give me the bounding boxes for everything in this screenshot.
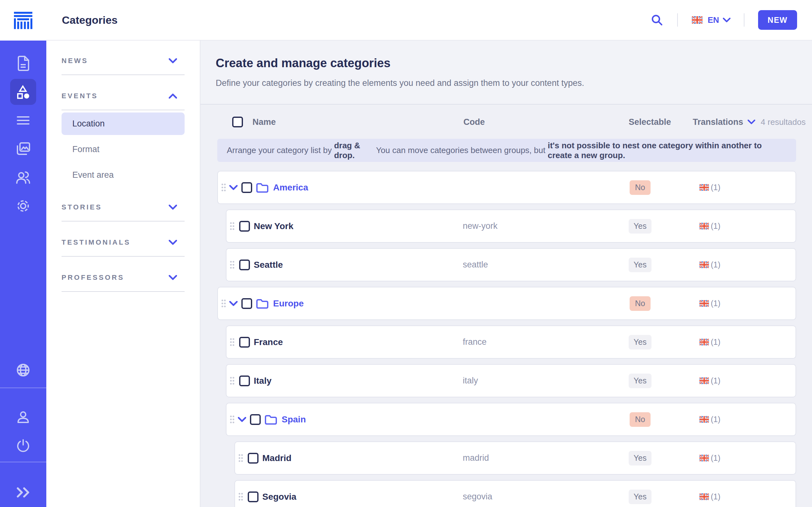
uk-flag-icon bbox=[699, 416, 709, 423]
main-title: Create and manage categories bbox=[216, 56, 797, 70]
uk-flag-icon bbox=[699, 377, 709, 384]
uk-flag-icon bbox=[699, 493, 709, 500]
uk-flag-icon bbox=[699, 455, 709, 461]
category-name[interactable]: Italy bbox=[254, 376, 271, 386]
search-icon bbox=[651, 14, 663, 26]
sidebar-section-stories[interactable]: STORIES bbox=[61, 198, 185, 217]
drag-handle-icon[interactable] bbox=[229, 261, 237, 269]
language-globe-button[interactable] bbox=[0, 356, 46, 384]
category-name[interactable]: Spain bbox=[282, 414, 306, 425]
sidebar-item-menus[interactable] bbox=[0, 106, 46, 135]
category-name[interactable]: New York bbox=[254, 221, 293, 231]
gear-icon bbox=[16, 199, 31, 213]
account-button[interactable] bbox=[0, 403, 46, 432]
sidebar-item-media[interactable] bbox=[0, 135, 46, 163]
sidebar-section-news[interactable]: NEWS bbox=[61, 51, 185, 70]
drag-handle-icon[interactable] bbox=[220, 183, 229, 192]
uk-flag-icon bbox=[692, 16, 703, 24]
row-checkbox[interactable] bbox=[250, 414, 261, 425]
chevron-down-icon bbox=[169, 275, 177, 280]
row-checkbox[interactable] bbox=[239, 337, 250, 348]
categories-sidebar: NEWS EVENTS Location Format Event area S… bbox=[46, 41, 200, 507]
new-button[interactable]: NEW bbox=[758, 10, 797, 30]
sidebar-section-testimonials[interactable]: TESTIMONIALS bbox=[61, 233, 185, 252]
chevron-down-icon bbox=[723, 18, 730, 22]
sidebar-item-categories-active[interactable] bbox=[0, 78, 46, 106]
category-code: madrid bbox=[463, 453, 606, 463]
category-name[interactable]: France bbox=[254, 337, 283, 347]
category-name[interactable]: Segovia bbox=[262, 492, 296, 502]
translation-count: (1) bbox=[711, 260, 721, 269]
drag-handle-icon[interactable] bbox=[237, 493, 246, 501]
rail-divider bbox=[0, 462, 46, 462]
search-button[interactable] bbox=[651, 14, 663, 26]
table-row-spain: Spain No (1) bbox=[226, 403, 796, 436]
row-checkbox[interactable] bbox=[241, 298, 252, 309]
sidebar-item-format[interactable]: Format bbox=[61, 138, 185, 161]
sidebar-item-event-area[interactable]: Event area bbox=[61, 164, 185, 186]
select-all-checkbox[interactable] bbox=[232, 117, 243, 127]
row-checkbox[interactable] bbox=[239, 376, 250, 386]
row-checkbox[interactable] bbox=[248, 492, 258, 502]
sidebar-section-events[interactable]: EVENTS bbox=[61, 87, 185, 106]
translations-cell: (1) bbox=[678, 260, 742, 269]
translations-cell: (1) bbox=[678, 415, 742, 424]
rail-divider bbox=[0, 388, 46, 388]
selectable-badge: Yes bbox=[629, 219, 652, 233]
row-checkbox[interactable] bbox=[239, 221, 250, 232]
translation-count: (1) bbox=[711, 222, 721, 231]
logout-button[interactable] bbox=[0, 432, 46, 460]
translation-count: (1) bbox=[711, 453, 721, 463]
column-header-selectable: Selectable bbox=[629, 117, 671, 127]
drag-handle-icon[interactable] bbox=[229, 377, 237, 385]
column-header-translations[interactable]: Translations bbox=[693, 117, 755, 127]
drag-handle-icon[interactable] bbox=[220, 299, 229, 308]
row-checkbox[interactable] bbox=[248, 453, 258, 464]
section-label: STORIES bbox=[61, 203, 102, 211]
app-logo[interactable] bbox=[0, 0, 46, 41]
table-row-seattle: Seattle seattle Yes (1) bbox=[226, 248, 796, 281]
category-name[interactable]: Seattle bbox=[254, 260, 283, 270]
collapse-group-chevron[interactable] bbox=[229, 301, 240, 306]
selectable-badge: No bbox=[629, 180, 651, 195]
language-selector[interactable]: EN bbox=[692, 15, 730, 25]
section-label: PROFESSORS bbox=[61, 274, 124, 282]
account-icon bbox=[16, 410, 30, 424]
collapse-sidebar-button[interactable] bbox=[0, 478, 46, 507]
sidebar-item-users[interactable] bbox=[0, 163, 46, 192]
category-name[interactable]: America bbox=[273, 182, 308, 193]
topbar-actions: EN NEW bbox=[651, 10, 797, 30]
table-row-europe: Europe No (1) bbox=[217, 287, 796, 320]
globe-icon bbox=[16, 363, 31, 377]
topbar-divider bbox=[677, 13, 678, 26]
page-title: Categories bbox=[62, 14, 118, 26]
category-rows: America No (1) New York new-york Yes (1) bbox=[217, 171, 796, 507]
section-divider bbox=[61, 221, 185, 222]
sidebar-item-location[interactable]: Location bbox=[61, 112, 185, 135]
language-code: EN bbox=[708, 15, 719, 25]
sidebar-section-professors[interactable]: PROFESSORS bbox=[61, 268, 185, 287]
chevron-down-icon bbox=[169, 240, 177, 245]
category-code: seattle bbox=[463, 260, 606, 270]
folder-icon bbox=[264, 414, 277, 425]
drag-handle-icon[interactable] bbox=[229, 222, 237, 230]
category-name[interactable]: Madrid bbox=[262, 453, 292, 463]
collapse-group-chevron[interactable] bbox=[237, 417, 248, 422]
row-checkbox[interactable] bbox=[239, 260, 250, 270]
folder-icon bbox=[256, 182, 269, 193]
collapse-group-chevron[interactable] bbox=[229, 185, 240, 190]
table-row-segovia: Segovia segovia Yes (1) bbox=[235, 480, 796, 507]
sidebar-item-content[interactable] bbox=[0, 49, 46, 78]
selectable-badge: Yes bbox=[629, 374, 652, 388]
section-divider bbox=[61, 256, 185, 257]
sidebar-item-settings[interactable] bbox=[0, 192, 46, 220]
selectable-badge: No bbox=[629, 296, 651, 311]
topbar-divider bbox=[744, 13, 745, 26]
chevron-down-icon bbox=[169, 58, 177, 63]
drag-handle-icon[interactable] bbox=[229, 338, 237, 346]
drag-handle-icon[interactable] bbox=[229, 415, 237, 424]
category-name[interactable]: Europe bbox=[273, 298, 304, 308]
uk-flag-icon bbox=[699, 262, 709, 268]
drag-handle-icon[interactable] bbox=[237, 454, 246, 462]
row-checkbox[interactable] bbox=[241, 182, 252, 193]
